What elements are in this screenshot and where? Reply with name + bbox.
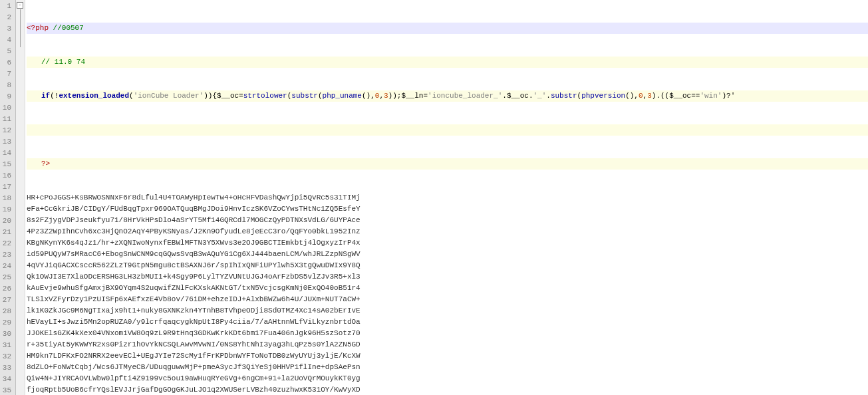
func-substr: substr xyxy=(551,92,577,100)
encoded-data-line[interactable]: id59PUQyW7sMRacC6+EbogSnWCNM9cqGQwsSvqB3… xyxy=(27,249,868,260)
number: 3 xyxy=(647,92,652,100)
encoded-data-text: Qiw4N+JIYRCAOVLWbw0lpfti4Z9199vc5ou19aWH… xyxy=(27,374,361,382)
fold-column[interactable]: - xyxy=(16,0,25,395)
line-number: 12 xyxy=(1,125,11,136)
line-number: 21 xyxy=(1,227,11,238)
encoded-data-text: HR+cPoJGGS+KsBRWOSNNxF6r8dLful4U4TOAWyHp… xyxy=(27,194,361,201)
encoded-data-line[interactable]: hEVayLI+sJwzi5Mn2opRUZA0/y9lcrfqaqcygkNp… xyxy=(27,317,868,328)
line-number: 27 xyxy=(1,295,11,306)
encoded-data-line[interactable]: JJOKElsGZK4kXex04VNxomiVW8Oq9zL9R9tHnq3G… xyxy=(27,328,868,339)
encoded-data-line[interactable]: fjoqRptb5UoB6cfrYQslEVJJrjGafDgGOgGKJuLJ… xyxy=(27,384,868,395)
encoded-data-line[interactable]: HM9kn7LDFKxFO2NRRX2eevECl+UEgJYIe72ScMy1… xyxy=(27,350,868,362)
code-line[interactable]: if(!extension_loaded('ionCube Loader')){… xyxy=(27,90,868,102)
encoded-data-text: kAuEvje9whuSfgAmxjBX9OYqm4S2uqwifZNlFcKX… xyxy=(27,284,361,292)
func-substr: substr xyxy=(291,92,318,100)
code-line-blank[interactable] xyxy=(27,124,868,136)
encoded-data-line[interactable]: HR+cPoJGGS+KsBRWOSNNxF6r8dLful4U4TOAWyHp… xyxy=(27,192,868,203)
line-number: 7 xyxy=(1,68,11,80)
string: 'ionCube Loader' xyxy=(134,92,204,100)
number: 3 xyxy=(384,92,388,100)
string: 'win' xyxy=(700,92,722,100)
punct: )?' xyxy=(722,92,735,100)
line-number: 35 xyxy=(1,385,11,395)
encoded-data-line[interactable]: eFa+CcGkriJB/CIDgY/FUdBqgTpxr969OATQuqBM… xyxy=(27,203,868,215)
encoded-data-line[interactable]: TLSlxVZFyrDzy1PzUISFp6xAEfxzE4Vb8ov/76iD… xyxy=(27,294,868,305)
encoded-data-line[interactable]: r+35tiyAt5yKWWYR2xs0Pizr1hOvYkNCSQLAwvMV… xyxy=(27,339,868,350)
encoded-data-text: KBgNKynYK6s4qJz1/hr+zXQNIwoNynxfEBWlMFTN… xyxy=(27,239,361,247)
encoded-data-line[interactable]: 8dZLO+FoNWtCqbj/Wcs6JTMyeCB/UDuqguwwMjP+… xyxy=(27,362,868,373)
punct: )); xyxy=(388,92,402,100)
comment: // 11.0 74 xyxy=(41,58,85,66)
encoded-data-text: 4qVYJiqGACXCsccR562ZLzT9GtpN5mgu8ctBSAXN… xyxy=(27,261,361,269)
php-close-tag: ?> xyxy=(41,160,50,168)
encoded-data-text: TLSlxVZFyrDzy1PzUISFp6xAEfxzE4Vb8ov/76iD… xyxy=(27,295,361,303)
encoded-data-line[interactable]: kAuEvje9whuSfgAmxjBX9OYqm4S2uqwifZNlFcKX… xyxy=(27,283,868,294)
line-number: 17 xyxy=(1,182,11,193)
line-number: 34 xyxy=(1,374,11,385)
keyword-if: if xyxy=(41,92,50,100)
line-number: 5 xyxy=(1,46,11,57)
line-number: 18 xyxy=(1,193,11,204)
encoded-data-text: 8s2FZjygVDPJseukfyu71/8HrVkHPsDlo4aSrYT5… xyxy=(27,216,361,224)
line-number: 25 xyxy=(1,272,11,283)
line-number: 14 xyxy=(1,148,11,159)
variable: $__oc xyxy=(217,92,239,100)
code-editor[interactable]: 1234567891011121314151617181920212223242… xyxy=(0,0,868,395)
line-number: 1 xyxy=(1,1,11,12)
punct: (), xyxy=(625,92,639,100)
line-number: 16 xyxy=(1,170,11,182)
line-number: 15 xyxy=(1,159,11,170)
line-number: 3 xyxy=(1,23,11,35)
line-number: 13 xyxy=(1,136,11,148)
punct: == xyxy=(691,92,700,100)
encoded-data-text: HM9kn7LDFKxFO2NRRX2eevECl+UEgJYIe72ScMy1… xyxy=(27,352,361,360)
variable: $__oc xyxy=(669,92,691,100)
encoded-data-line[interactable]: Qiw4N+JIYRCAOVLWbw0lpfti4Z9199vc5ou19aWH… xyxy=(27,373,868,384)
line-number: 31 xyxy=(1,340,11,351)
php-open-tag: <?php xyxy=(27,24,49,32)
line-number: 24 xyxy=(1,261,11,272)
fold-guide-line xyxy=(20,9,21,47)
line-number: 22 xyxy=(1,238,11,249)
line-number: 19 xyxy=(1,204,11,215)
encoded-data-text: r+35tiyAt5yKWWYR2xs0Pizr1hOvYkNCSQLAwvMV… xyxy=(27,340,361,348)
line-number: 28 xyxy=(1,306,11,317)
line-number: 23 xyxy=(1,249,11,261)
line-number: 6 xyxy=(1,57,11,68)
line-number: 4 xyxy=(1,35,11,46)
punct: , xyxy=(379,92,384,100)
line-number: 11 xyxy=(1,114,11,125)
func-strtolower: strtolower xyxy=(243,92,287,100)
code-line[interactable]: <?php //00507 xyxy=(27,23,868,34)
encoded-data-text: id59PUQyW7sMRacC6+EbogSnWCNM9cqGQwsSvqB3… xyxy=(27,250,361,258)
punct: = xyxy=(239,92,243,100)
encoded-data-line[interactable]: 4Pz3Z2WpIhnCvh6xc3HjQnO2AqY4PByKSNyas/J2… xyxy=(27,226,868,237)
line-number-gutter: 1234567891011121314151617181920212223242… xyxy=(0,0,16,395)
line-number: 2 xyxy=(1,12,11,23)
punct: )){ xyxy=(204,92,217,100)
punct: ( xyxy=(318,92,323,100)
func-phpversion: phpversion xyxy=(581,92,625,100)
code-area[interactable]: <?php //00507 // 11.0 74 if(!extension_l… xyxy=(25,0,868,395)
code-line[interactable]: // 11.0 74 xyxy=(27,57,868,68)
punct: ).(( xyxy=(652,92,669,100)
string: 'ioncube_loader_' xyxy=(428,92,502,100)
string: '_' xyxy=(533,92,547,100)
punct: (! xyxy=(50,92,59,100)
punct: (), xyxy=(362,92,375,100)
encoded-data-line[interactable]: lk1K0ZkJGc9M6NgTIxajx9ht1+nuky8GXNKzkn4Y… xyxy=(27,305,868,317)
encoded-data-line[interactable]: Qk1OWJI3E7XlaODcERSHG3LH3zbMUI1+k4Sgy9P6… xyxy=(27,271,868,283)
encoded-data-text: hEVayLI+sJwzi5Mn2opRUZA0/y9lcrfqaqcygkNp… xyxy=(27,318,361,326)
code-line[interactable]: ?> xyxy=(27,158,868,170)
encoded-data-line[interactable]: KBgNKynYK6s4qJz1/hr+zXQNIwoNynxfEBWlMFTN… xyxy=(27,237,868,249)
encoded-data-line[interactable]: 8s2FZjygVDPJseukfyu71/8HrVkHPsDlo4aSrYT5… xyxy=(27,215,868,226)
fold-marker-icon[interactable]: - xyxy=(17,2,23,9)
func-php-uname: php_uname xyxy=(323,92,362,100)
encoded-data-line[interactable]: 4qVYJiqGACXCsccR562ZLzT9GtpN5mgu8ctBSAXN… xyxy=(27,260,868,271)
encoded-data-text: JJOKElsGZK4kXex04VNxomiVW8Oq9zL9R9tHnq3G… xyxy=(27,329,361,337)
line-number: 20 xyxy=(1,215,11,227)
comment: //00507 xyxy=(49,24,84,32)
func-extension-loaded: extension_loaded xyxy=(59,92,129,100)
line-number: 32 xyxy=(1,351,11,362)
line-number: 30 xyxy=(1,329,11,340)
